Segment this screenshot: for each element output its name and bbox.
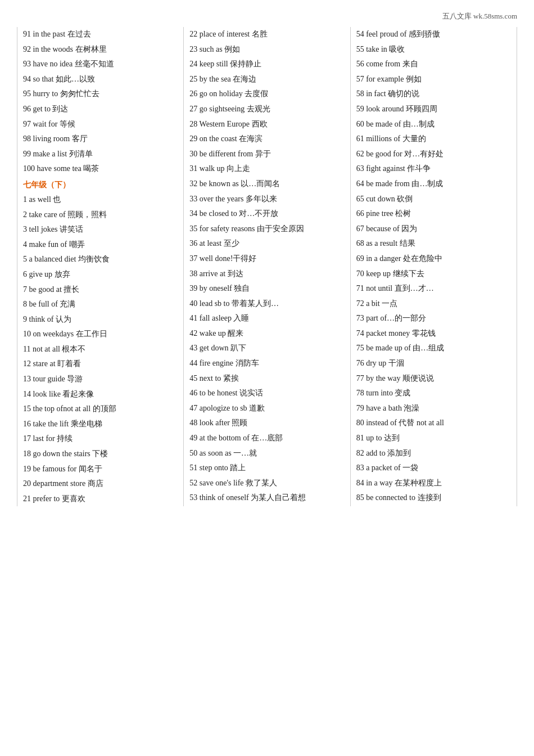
list-item: 92 in the woods 在树林里 xyxy=(23,42,178,57)
list-item: 91 in the past 在过去 xyxy=(23,27,178,42)
list-item: 3 tell jokes 讲笑话 xyxy=(23,222,178,237)
list-item: 85 be connected to 连接到 xyxy=(356,490,511,506)
list-item: 20 department store 商店 xyxy=(23,476,178,492)
list-item: 93 have no idea 丝毫不知道 xyxy=(23,57,178,72)
column-2: 22 place of interest 名胜23 such as 例如24 k… xyxy=(184,27,350,506)
list-item: 66 pine tree 松树 xyxy=(356,206,511,222)
list-item: 13 tour guide 导游 xyxy=(23,372,178,387)
list-item: 59 look around 环顾四周 xyxy=(356,102,511,117)
list-item: 61 millions of 大量的 xyxy=(356,132,511,147)
list-item: 17 last for 持续 xyxy=(23,431,178,447)
list-item: 16 take the lift 乘坐电梯 xyxy=(23,417,178,432)
list-item: 24 keep still 保持静止 xyxy=(189,57,344,72)
list-item: 45 next to 紧挨 xyxy=(189,371,344,386)
list-item: 34 be closed to 对…不开放 xyxy=(189,206,344,222)
list-item: 50 as soon as 一…就 xyxy=(189,446,344,461)
list-item: 62 be good for 对…有好处 xyxy=(356,147,511,162)
list-item: 46 to be honest 说实话 xyxy=(189,386,344,401)
list-item: 42 wake up 醒来 xyxy=(189,326,344,341)
list-item: 100 have some tea 喝茶 xyxy=(23,161,178,177)
list-item: 8 be full of 充满 xyxy=(23,297,178,312)
list-item: 95 hurry to 匆匆忙忙去 xyxy=(23,87,178,102)
list-item: 25 by the sea 在海边 xyxy=(189,72,344,87)
list-item: 48 look after 照顾 xyxy=(189,416,344,431)
list-item: 21 prefer to 更喜欢 xyxy=(23,492,178,507)
list-item: 53 think of oneself 为某人自己着想 xyxy=(189,490,344,506)
list-item: 4 make fun of 嘲弄 xyxy=(23,237,178,253)
list-item: 31 walk up 向上走 xyxy=(189,161,344,177)
list-item: 99 make a list 列清单 xyxy=(23,147,178,162)
list-item: 55 take in 吸收 xyxy=(356,42,511,57)
watermark: 五八文库 wk.58sms.com xyxy=(17,11,517,21)
list-item: 84 in a way 在某种程度上 xyxy=(356,476,511,491)
list-item: 18 go down the stairs 下楼 xyxy=(23,447,178,462)
list-item: 76 dry up 干涸 xyxy=(356,356,511,371)
list-item: 47 apologize to sb 道歉 xyxy=(189,401,344,416)
list-item: 23 such as 例如 xyxy=(189,42,344,57)
list-item: 30 be different from 异于 xyxy=(189,147,344,162)
list-item: 9 think of 认为 xyxy=(23,312,178,327)
list-item: 26 go on holiday 去度假 xyxy=(189,87,344,102)
list-item: 79 have a bath 泡澡 xyxy=(356,401,511,416)
list-item: 83 a packet of 一袋 xyxy=(356,461,511,476)
list-item: 2 take care of 照顾，照料 xyxy=(23,208,178,223)
list-item: 22 place of interest 名胜 xyxy=(189,27,344,42)
list-item: 56 come from 来自 xyxy=(356,57,511,72)
list-item: 68 as a result 结果 xyxy=(356,236,511,251)
list-item: 74 packet money 零花钱 xyxy=(356,326,511,341)
list-item: 77 by the way 顺便说说 xyxy=(356,371,511,386)
list-item: 67 because of 因为 xyxy=(356,222,511,237)
list-item: 98 living room 客厅 xyxy=(23,132,178,147)
list-item: 94 so that 如此…以致 xyxy=(23,72,178,87)
list-item: 64 be made from 由…制成 xyxy=(356,177,511,192)
list-item: 40 lead sb to 带着某人到… xyxy=(189,296,344,312)
list-item: 70 keep up 继续下去 xyxy=(356,267,511,282)
list-item: 33 over the years 多年以来 xyxy=(189,192,344,207)
list-item: 80 instead of 代替 not at all xyxy=(356,416,511,431)
list-item: 65 cut down 砍倒 xyxy=(356,192,511,207)
list-item: 39 by oneself 独自 xyxy=(189,281,344,296)
list-item: 72 a bit 一点 xyxy=(356,296,511,312)
list-item: 29 on the coast 在海滨 xyxy=(189,132,344,147)
list-item: 49 at the bottom of 在…底部 xyxy=(189,431,344,446)
list-item: 69 in a danger 处在危险中 xyxy=(356,251,511,267)
list-item: 19 be famous for 闻名于 xyxy=(23,462,178,477)
list-item: 63 fight against 作斗争 xyxy=(356,161,511,177)
list-item: 58 in fact 确切的说 xyxy=(356,87,511,102)
list-item: 7 be good at 擅长 xyxy=(23,282,178,298)
list-item: 10 on weekdays 在工作日 xyxy=(23,327,178,342)
column-1: 91 in the past 在过去92 in the woods 在树林里93… xyxy=(17,27,184,506)
list-item: 14 look like 看起来像 xyxy=(23,387,178,402)
list-item: 36 at least 至少 xyxy=(189,236,344,251)
list-item: 27 go sightseeing 去观光 xyxy=(189,102,344,117)
list-item: 60 be made of 由…制成 xyxy=(356,117,511,132)
list-item: 35 for safety reasons 由于安全原因 xyxy=(189,222,344,237)
list-item: 57 for example 例如 xyxy=(356,72,511,87)
list-item: 44 fire engine 消防车 xyxy=(189,356,344,371)
list-item: 81 up to 达到 xyxy=(356,431,511,446)
list-item: 5 a balanced diet 均衡饮食 xyxy=(23,252,178,267)
list-item: 78 turn into 变成 xyxy=(356,386,511,401)
list-item: 41 fall asleep 入睡 xyxy=(189,311,344,326)
list-item: 15 the top ofnot at all 的顶部 xyxy=(23,402,178,417)
list-item: 38 arrive at 到达 xyxy=(189,267,344,282)
list-item: 6 give up 放弃 xyxy=(23,267,178,282)
list-item: 71 not until 直到…才… xyxy=(356,281,511,296)
list-item: 32 be known as 以…而闻名 xyxy=(189,177,344,192)
list-item: 43 get down 趴下 xyxy=(189,341,344,356)
list-item: 75 be made up of 由…组成 xyxy=(356,341,511,356)
list-item: 12 stare at 盯着看 xyxy=(23,357,178,372)
column-3: 54 feel proud of 感到骄傲55 take in 吸收56 com… xyxy=(351,27,517,506)
list-item: 1 as well 也 xyxy=(23,192,178,208)
list-item: 97 wait for 等候 xyxy=(23,117,178,132)
list-item: 51 step onto 踏上 xyxy=(189,461,344,476)
list-item: 82 add to 添加到 xyxy=(356,446,511,461)
list-item: 28 Western Europe 西欧 xyxy=(189,117,344,132)
list-item: 54 feel proud of 感到骄傲 xyxy=(356,27,511,42)
list-item: 52 save one's life 救了某人 xyxy=(189,476,344,491)
list-item: 96 get to 到达 xyxy=(23,102,178,117)
main-content: 91 in the past 在过去92 in the woods 在树林里93… xyxy=(17,27,517,506)
list-item: 73 part of…的一部分 xyxy=(356,311,511,326)
list-item: 37 well done!干得好 xyxy=(189,251,344,267)
section-header: 七年级（下） xyxy=(23,180,178,190)
